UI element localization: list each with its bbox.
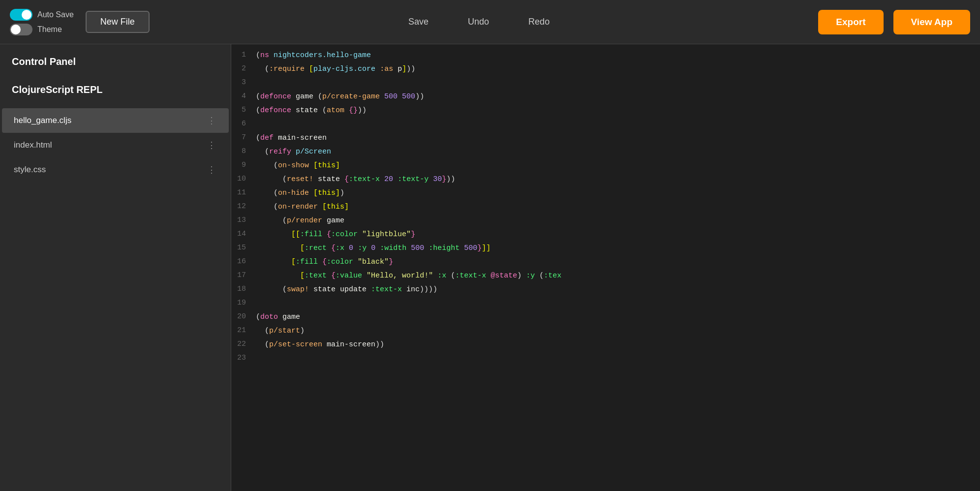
- autosave-row: Auto Save: [10, 9, 74, 21]
- line-content-1: (ns nightcoders.hello-game: [256, 50, 980, 61]
- code-line-23: 23: [231, 352, 980, 366]
- code-line-15: 15 [:rect {:x 0 :y 0 :width 500 :height …: [231, 242, 980, 256]
- line-content-13: (p/render game: [256, 215, 980, 227]
- undo-button[interactable]: Undo: [468, 17, 489, 27]
- code-editor[interactable]: 1 (ns nightcoders.hello-game 2 (:require…: [231, 44, 980, 491]
- code-line-17: 17 [:text {:value "Hello, world!" :x (:t…: [231, 270, 980, 283]
- line-content-14: [[:fill {:color "lightblue"}: [256, 229, 980, 241]
- control-panel-title: Control Panel: [0, 49, 231, 72]
- line-content-2: (:require [play-cljs.core :as p])): [256, 63, 980, 75]
- code-line-16: 16 [:fill {:color "black"}: [231, 256, 980, 270]
- code-line-8: 8 (reify p/Screen: [231, 146, 980, 159]
- file-dots-hello-game[interactable]: ⋮: [207, 115, 217, 126]
- line-num-18: 18: [231, 284, 256, 293]
- line-num-12: 12: [231, 201, 256, 211]
- line-content-4: (defonce game (p/create-game 500 500)): [256, 91, 980, 103]
- code-line-2: 2 (:require [play-cljs.core :as p])): [231, 63, 980, 77]
- code-line-13: 13 (p/render game: [231, 215, 980, 228]
- line-num-20: 20: [231, 311, 256, 321]
- code-line-1: 1 (ns nightcoders.hello-game: [231, 49, 980, 63]
- line-content-10: (reset! state {:text-x 20 :text-y 30})): [256, 174, 980, 185]
- new-file-button[interactable]: New File: [86, 11, 150, 33]
- toolbar-actions: Save Undo Redo: [169, 17, 789, 27]
- line-num-7: 7: [231, 132, 256, 142]
- toolbar: Auto Save Theme New File Save Undo Redo …: [0, 0, 980, 44]
- code-line-19: 19: [231, 297, 980, 311]
- code-line-10: 10 (reset! state {:text-x 20 :text-y 30}…: [231, 173, 980, 187]
- sidebar: Control Panel ClojureScript REPL hello_g…: [0, 44, 231, 491]
- code-line-11: 11 (on-hide [this]): [231, 187, 980, 201]
- line-num-17: 17: [231, 270, 256, 279]
- code-line-5: 5 (defonce state (atom {})): [231, 104, 980, 118]
- line-num-5: 5: [231, 105, 256, 114]
- line-num-16: 16: [231, 256, 256, 266]
- autosave-knob: [22, 10, 31, 20]
- repl-title: ClojureScript REPL: [0, 77, 231, 100]
- file-dots-style[interactable]: ⋮: [207, 164, 217, 175]
- code-line-12: 12 (on-render [this]: [231, 201, 980, 215]
- code-line-6: 6: [231, 118, 980, 132]
- line-num-9: 9: [231, 160, 256, 169]
- line-num-4: 4: [231, 91, 256, 100]
- line-num-23: 23: [231, 353, 256, 362]
- line-num-21: 21: [231, 325, 256, 335]
- theme-knob: [11, 25, 21, 34]
- line-num-3: 3: [231, 77, 256, 87]
- code-line-18: 18 (swap! state update :text-x inc)))): [231, 283, 980, 297]
- code-line-22: 22 (p/set-screen main-screen)): [231, 338, 980, 352]
- file-dots-index[interactable]: ⋮: [207, 140, 217, 151]
- view-app-button[interactable]: View App: [893, 10, 970, 34]
- line-num-22: 22: [231, 339, 256, 348]
- line-content-8: (reify p/Screen: [256, 146, 980, 158]
- theme-toggle[interactable]: [10, 24, 32, 35]
- save-button[interactable]: Save: [408, 17, 429, 27]
- code-line-9: 9 (on-show [this]: [231, 159, 980, 173]
- line-content-11: (on-hide [this]): [256, 187, 980, 199]
- line-content-16: [:fill {:color "black"}: [256, 256, 980, 268]
- line-content-18: (swap! state update :text-x inc)))): [256, 284, 980, 296]
- line-content-5: (defonce state (atom {})): [256, 105, 980, 117]
- code-line-14: 14 [[:fill {:color "lightblue"}: [231, 228, 980, 242]
- file-item-hello-game[interactable]: hello_game.cljs ⋮: [2, 108, 229, 133]
- line-num-2: 2: [231, 63, 256, 73]
- autosave-label: Auto Save: [37, 10, 74, 19]
- line-content-20: (doto game: [256, 311, 980, 323]
- code-line-21: 21 (p/start): [231, 325, 980, 338]
- autosave-toggle[interactable]: [10, 9, 32, 21]
- code-line-4: 4 (defonce game (p/create-game 500 500)): [231, 91, 980, 104]
- line-content-22: (p/set-screen main-screen)): [256, 339, 980, 351]
- export-button[interactable]: Export: [818, 10, 883, 34]
- theme-label: Theme: [37, 25, 62, 34]
- line-num-13: 13: [231, 215, 256, 224]
- file-item-index[interactable]: index.html ⋮: [2, 133, 229, 157]
- line-num-11: 11: [231, 187, 256, 197]
- line-content-12: (on-render [this]: [256, 201, 980, 213]
- line-content-7: (def main-screen: [256, 132, 980, 144]
- code-line-20: 20 (doto game: [231, 311, 980, 325]
- main-area: Control Panel ClojureScript REPL hello_g…: [0, 44, 980, 491]
- line-num-8: 8: [231, 146, 256, 155]
- line-num-15: 15: [231, 243, 256, 252]
- line-content-21: (p/start): [256, 325, 980, 337]
- code-line-3: 3: [231, 77, 980, 91]
- line-num-14: 14: [231, 229, 256, 238]
- file-name-style: style.css: [14, 165, 46, 175]
- line-content-15: [:rect {:x 0 :y 0 :width 500 :height 500…: [256, 243, 980, 254]
- line-num-1: 1: [231, 50, 256, 59]
- toggles-group: Auto Save Theme: [10, 9, 74, 35]
- line-content-17: [:text {:value "Hello, world!" :x (:text…: [256, 270, 980, 282]
- code-line-7: 7 (def main-screen: [231, 132, 980, 146]
- line-num-6: 6: [231, 119, 256, 128]
- line-num-10: 10: [231, 174, 256, 183]
- file-name-index: index.html: [14, 140, 52, 150]
- file-name-hello-game: hello_game.cljs: [14, 116, 71, 125]
- file-item-style[interactable]: style.css ⋮: [2, 157, 229, 182]
- redo-button[interactable]: Redo: [528, 17, 550, 27]
- line-content-9: (on-show [this]: [256, 160, 980, 172]
- line-num-19: 19: [231, 298, 256, 307]
- theme-row: Theme: [10, 24, 74, 35]
